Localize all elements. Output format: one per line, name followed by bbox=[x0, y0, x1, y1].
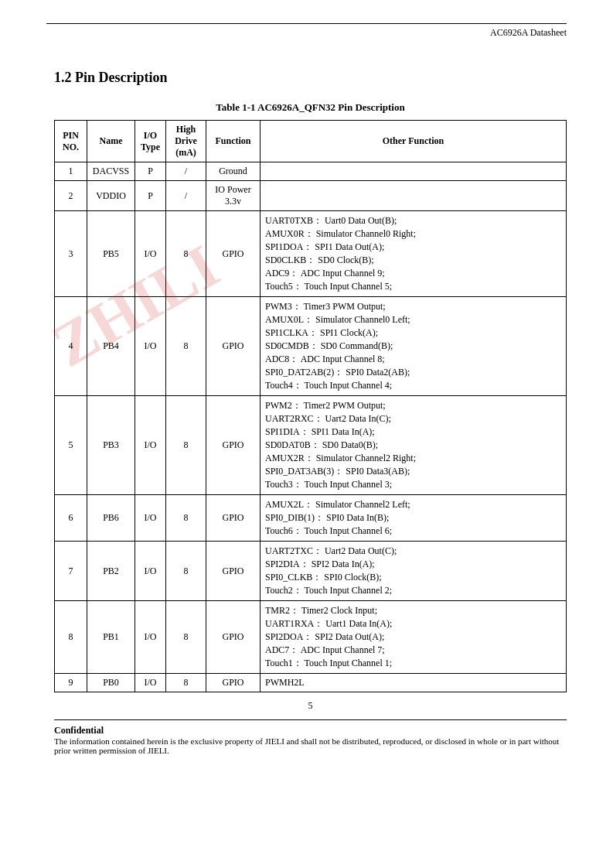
cell-pin: 7 bbox=[55, 542, 87, 601]
cell-drive: 8 bbox=[166, 542, 206, 601]
col-header-name: Name bbox=[87, 121, 135, 162]
cell-name: VDDIO bbox=[87, 181, 135, 211]
col-header-pin: PINNO. bbox=[55, 121, 87, 162]
cell-drive: 8 bbox=[166, 601, 206, 674]
cell-other-function bbox=[261, 162, 567, 181]
cell-io: I/O bbox=[135, 297, 166, 396]
table-title: Table 1-1 AC6926A_QFN32 Pin Description bbox=[54, 101, 567, 114]
cell-pin: 9 bbox=[55, 674, 87, 692]
page-header: AC6926A Datasheet bbox=[46, 23, 567, 39]
cell-drive: 8 bbox=[166, 674, 206, 692]
confidential-text: The information contained herein is the … bbox=[54, 736, 559, 755]
cell-function: GPIO bbox=[206, 495, 261, 542]
cell-function: GPIO bbox=[206, 601, 261, 674]
cell-pin: 3 bbox=[55, 211, 87, 297]
table-row: 6 PB6 I/O 8 GPIO AMUX2L： Simulator Chann… bbox=[55, 495, 567, 542]
table-row: 1 DACVSS P / Ground bbox=[55, 162, 567, 181]
cell-pin: 2 bbox=[55, 181, 87, 211]
table-row: 8 PB1 I/O 8 GPIO TMR2： Timer2 Clock Inpu… bbox=[55, 601, 567, 674]
cell-io: I/O bbox=[135, 601, 166, 674]
col-header-other-function: Other Function bbox=[261, 121, 567, 162]
cell-other-function: UART0TXB： Uart0 Data Out(B);AMUX0R： Simu… bbox=[261, 211, 567, 297]
cell-other-function: UART2TXC： Uart2 Data Out(C);SPI2DIA： SPI… bbox=[261, 542, 567, 601]
cell-io: I/O bbox=[135, 542, 166, 601]
cell-other-function: PWMH2L bbox=[261, 674, 567, 692]
cell-function: IO Power 3.3v bbox=[206, 181, 261, 211]
cell-pin: 8 bbox=[55, 601, 87, 674]
cell-function: GPIO bbox=[206, 396, 261, 495]
cell-io: P bbox=[135, 162, 166, 181]
col-header-drive: HighDrive(mA) bbox=[166, 121, 206, 162]
cell-other-function: PWM3： Timer3 PWM Output;AMUX0L： Simulato… bbox=[261, 297, 567, 396]
cell-function: GPIO bbox=[206, 674, 261, 692]
pin-description-table: PINNO. Name I/OType HighDrive(mA) Functi… bbox=[54, 120, 567, 692]
confidential-label: Confidential bbox=[54, 725, 104, 736]
table-row: 2 VDDIO P / IO Power 3.3v bbox=[55, 181, 567, 211]
table-row: 4 PB4 I/O 8 GPIO PWM3： Timer3 PWM Output… bbox=[55, 297, 567, 396]
cell-name: PB2 bbox=[87, 542, 135, 601]
section-title: 1.2 Pin Description bbox=[54, 70, 567, 86]
cell-pin: 1 bbox=[55, 162, 87, 181]
page: AC6926A Datasheet ZHILI 1.2 Pin Descript… bbox=[0, 0, 613, 868]
cell-drive: / bbox=[166, 162, 206, 181]
cell-name: PB6 bbox=[87, 495, 135, 542]
cell-other-function: AMUX2L： Simulator Channel2 Left;SPI0_DIB… bbox=[261, 495, 567, 542]
cell-io: I/O bbox=[135, 674, 166, 692]
cell-drive: 8 bbox=[166, 396, 206, 495]
footer: Confidential The information contained h… bbox=[54, 719, 567, 755]
cell-name: DACVSS bbox=[87, 162, 135, 181]
table-row: 9 PB0 I/O 8 GPIO PWMH2L bbox=[55, 674, 567, 692]
cell-pin: 6 bbox=[55, 495, 87, 542]
cell-function: GPIO bbox=[206, 211, 261, 297]
table-row: 5 PB3 I/O 8 GPIO PWM2： Timer2 PWM Output… bbox=[55, 396, 567, 495]
cell-function: GPIO bbox=[206, 297, 261, 396]
cell-name: PB3 bbox=[87, 396, 135, 495]
cell-name: PB5 bbox=[87, 211, 135, 297]
cell-pin: 4 bbox=[55, 297, 87, 396]
table-row: 7 PB2 I/O 8 GPIO UART2TXC： Uart2 Data Ou… bbox=[55, 542, 567, 601]
header-title: AC6926A Datasheet bbox=[490, 27, 567, 39]
cell-name: PB4 bbox=[87, 297, 135, 396]
cell-function: Ground bbox=[206, 162, 261, 181]
cell-other-function bbox=[261, 181, 567, 211]
cell-io: I/O bbox=[135, 495, 166, 542]
cell-name: PB0 bbox=[87, 674, 135, 692]
cell-drive: 8 bbox=[166, 211, 206, 297]
col-header-io: I/OType bbox=[135, 121, 166, 162]
cell-other-function: TMR2： Timer2 Clock Input;UART1RXA： Uart1… bbox=[261, 601, 567, 674]
cell-io: P bbox=[135, 181, 166, 211]
col-header-function: Function bbox=[206, 121, 261, 162]
table-row: 3 PB5 I/O 8 GPIO UART0TXB： Uart0 Data Ou… bbox=[55, 211, 567, 297]
cell-name: PB1 bbox=[87, 601, 135, 674]
cell-pin: 5 bbox=[55, 396, 87, 495]
cell-drive: / bbox=[166, 181, 206, 211]
cell-io: I/O bbox=[135, 396, 166, 495]
cell-function: GPIO bbox=[206, 542, 261, 601]
cell-io: I/O bbox=[135, 211, 166, 297]
cell-drive: 8 bbox=[166, 495, 206, 542]
cell-drive: 8 bbox=[166, 297, 206, 396]
page-number: 5 bbox=[54, 700, 567, 712]
table-header-row: PINNO. Name I/OType HighDrive(mA) Functi… bbox=[55, 121, 567, 162]
cell-other-function: PWM2： Timer2 PWM Output;UART2RXC： Uart2 … bbox=[261, 396, 567, 495]
